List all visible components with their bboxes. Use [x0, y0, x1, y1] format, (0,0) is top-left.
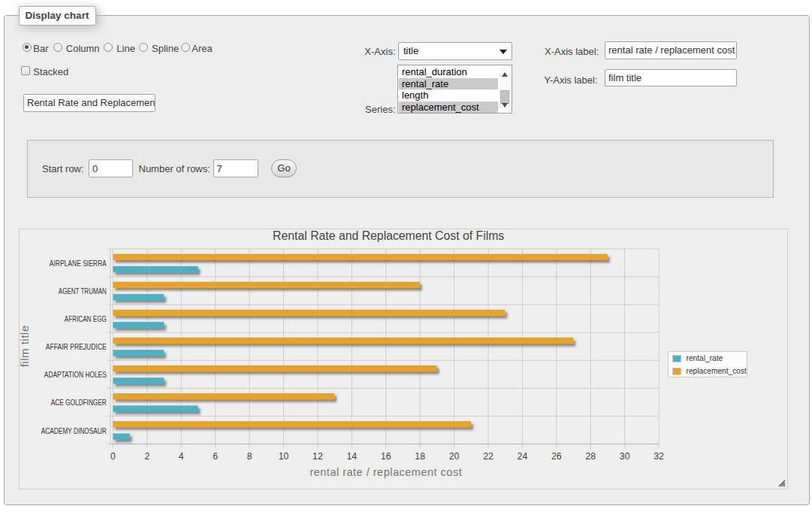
svg-text:8: 8 — [246, 451, 252, 462]
svg-text:6: 6 — [213, 451, 218, 462]
svg-text:18: 18 — [415, 451, 425, 462]
svg-text:AFFAIR PREJUDICE: AFFAIR PREJUDICE — [45, 342, 106, 351]
svg-text:22: 22 — [483, 451, 494, 462]
svg-text:20: 20 — [448, 451, 459, 462]
svg-text:ACE GOLDFINGER: ACE GOLDFINGER — [50, 398, 106, 407]
svg-text:ADAPTATION HOLES: ADAPTATION HOLES — [44, 370, 106, 379]
svg-text:10: 10 — [278, 451, 288, 462]
svg-text:26: 26 — [551, 451, 561, 462]
svg-text:4: 4 — [178, 451, 183, 462]
svg-text:film title: film title — [18, 325, 31, 367]
svg-text:0: 0 — [110, 451, 115, 462]
svg-text:AFRICAN EGG: AFRICAN EGG — [64, 314, 106, 323]
svg-text:Rental Rate and Replacement Co: Rental Rate and Replacement Cost of Film… — [273, 229, 504, 241]
svg-text:ACADEMY DINOSAUR: ACADEMY DINOSAUR — [41, 426, 106, 435]
svg-text:32: 32 — [654, 451, 664, 462]
svg-text:30: 30 — [619, 451, 629, 462]
svg-text:AGENT TRUMAN: AGENT TRUMAN — [58, 286, 106, 295]
svg-text:14: 14 — [346, 451, 357, 462]
svg-text:16: 16 — [380, 451, 391, 462]
svg-text:rental rate / replacement cost: rental rate / replacement cost — [309, 465, 462, 477]
svg-text:24: 24 — [517, 451, 527, 462]
svg-text:12: 12 — [312, 451, 323, 462]
svg-text:AIRPLANE SIERRA: AIRPLANE SIERRA — [49, 259, 107, 268]
svg-text:28: 28 — [585, 451, 596, 462]
svg-text:2: 2 — [144, 451, 149, 462]
